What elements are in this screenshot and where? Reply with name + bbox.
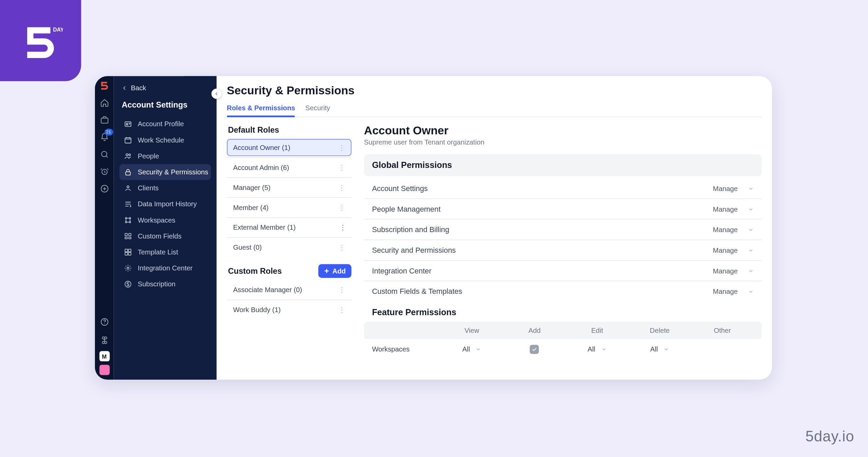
- global-permissions-heading: Global Permissions: [372, 160, 452, 170]
- sidebar-item-clients[interactable]: Clients: [119, 180, 211, 196]
- view-select[interactable]: All: [462, 345, 481, 354]
- chevron-down-icon: [476, 346, 481, 352]
- sidebar-item-subscription[interactable]: Subscription: [119, 276, 211, 292]
- perm-value-select[interactable]: Manage: [713, 246, 754, 254]
- tab-roles-permissions[interactable]: Roles & Permissions: [227, 101, 295, 117]
- sidebar-item-account-profile[interactable]: Account Profile: [119, 116, 211, 132]
- sidebar-item-template-list[interactable]: Template List: [119, 244, 211, 260]
- svg-rect-25: [128, 252, 131, 255]
- col-view: View: [440, 326, 503, 335]
- role-detail-column: Account Owner Supreme user from Tenant o…: [364, 124, 762, 360]
- sidebar-item-label: Workspaces: [138, 216, 175, 224]
- chevron-down-icon: [748, 288, 754, 294]
- custom-roles-list: Associate Manager (0)⋮ Work Buddy (1)⋮: [227, 281, 351, 319]
- role-label: Account Owner (1): [233, 144, 291, 152]
- role-label: Associate Manager (0): [233, 286, 302, 294]
- role-item-associate-manager[interactable]: Associate Manager (0)⋮: [227, 281, 351, 299]
- perm-label: Custom Fields & Templates: [372, 287, 462, 296]
- id-card-icon: [124, 120, 132, 128]
- svg-point-2: [101, 151, 107, 157]
- tab-security[interactable]: Security: [305, 101, 330, 117]
- perm-row-integration-center: Integration CenterManage: [364, 261, 762, 281]
- sidebar-item-label: Integration Center: [138, 264, 193, 272]
- perm-value-select[interactable]: Manage: [713, 267, 754, 275]
- bell-icon[interactable]: 21: [97, 130, 112, 145]
- delete-select[interactable]: All: [650, 345, 669, 354]
- kebab-icon[interactable]: ⋮: [337, 306, 346, 314]
- default-roles-list: Account Owner (1)⋮ Account Admin (6)⋮ Ma…: [227, 139, 351, 256]
- sidebar-item-label: People: [138, 152, 159, 160]
- command-icon[interactable]: [97, 333, 112, 348]
- svg-point-15: [129, 217, 131, 219]
- kebab-icon[interactable]: ⋮: [339, 224, 346, 232]
- kebab-icon[interactable]: ⋮: [337, 164, 346, 172]
- role-item-member[interactable]: Member (4)⋮: [227, 199, 351, 216]
- role-detail-title: Account Owner: [364, 124, 762, 137]
- svg-point-11: [129, 154, 131, 156]
- kebab-icon[interactable]: ⋮: [337, 144, 346, 152]
- sidebar-item-label: Subscription: [138, 280, 175, 288]
- sidebar-item-security-permissions[interactable]: Security & Permissions: [119, 164, 211, 180]
- perm-row-security-permissions: Security and PermissionsManage: [364, 240, 762, 261]
- role-item-account-owner[interactable]: Account Owner (1)⋮: [227, 139, 351, 156]
- brand-mark-icon: [99, 79, 110, 91]
- role-item-guest[interactable]: Guest (0)⋮: [227, 239, 351, 256]
- kebab-icon[interactable]: ⋮: [337, 204, 346, 212]
- role-detail-subtitle: Supreme user from Tenant organization: [364, 138, 762, 147]
- help-icon[interactable]: [97, 315, 112, 329]
- alarm-icon[interactable]: [97, 164, 112, 179]
- kebab-icon[interactable]: ⋮: [337, 286, 346, 294]
- chevron-down-icon: [748, 247, 754, 253]
- chevron-down-icon: [748, 227, 754, 232]
- svg-rect-21: [129, 237, 131, 239]
- kebab-icon[interactable]: ⋮: [337, 244, 346, 252]
- custom-roles-heading: Custom Roles: [228, 266, 282, 275]
- sidebar-item-data-import[interactable]: Data Import History: [119, 196, 211, 212]
- home-icon[interactable]: [97, 95, 112, 110]
- sidebar-item-workspaces[interactable]: Workspaces: [119, 212, 211, 228]
- check-icon: [532, 346, 537, 352]
- role-item-external-member[interactable]: External Member (1)⋮: [227, 219, 351, 236]
- default-roles-heading: Default Roles: [228, 125, 351, 134]
- notification-badge: 21: [104, 129, 113, 135]
- chevron-down-icon: [601, 346, 607, 352]
- kebab-icon[interactable]: ⋮: [337, 184, 346, 192]
- role-label: Member (4): [233, 204, 269, 212]
- svg-point-26: [127, 267, 129, 269]
- sidebar-item-custom-fields[interactable]: Custom Fields: [119, 228, 211, 244]
- sidebar-item-people[interactable]: People: [119, 148, 211, 164]
- svg-rect-19: [129, 233, 131, 236]
- svg-rect-23: [128, 249, 131, 252]
- plus-circle-icon[interactable]: [97, 181, 112, 196]
- workspaces-icon: [124, 216, 132, 224]
- role-item-account-admin[interactable]: Account Admin (6)⋮: [227, 159, 351, 176]
- user-avatar[interactable]: [99, 365, 109, 375]
- perm-value-select[interactable]: Manage: [713, 287, 754, 296]
- people-icon: [124, 152, 132, 160]
- edit-select[interactable]: All: [588, 345, 607, 354]
- role-item-manager[interactable]: Manager (5)⋮: [227, 179, 351, 196]
- svg-point-17: [129, 222, 131, 223]
- chevron-down-icon: [748, 268, 754, 274]
- perm-value-select[interactable]: Manage: [713, 205, 754, 213]
- search-icon[interactable]: [97, 147, 112, 162]
- perm-value-select[interactable]: Manage: [713, 226, 754, 234]
- col-add: Add: [503, 326, 566, 335]
- add-checkbox[interactable]: [530, 345, 539, 354]
- workspace-avatar[interactable]: M: [99, 351, 109, 361]
- briefcase-icon[interactable]: [97, 113, 112, 128]
- sidebar-item-integration-center[interactable]: Integration Center: [119, 260, 211, 276]
- role-item-work-buddy[interactable]: Work Buddy (1)⋮: [227, 301, 351, 319]
- role-label: Account Admin (6): [233, 164, 289, 172]
- calendar-icon: [124, 136, 132, 144]
- perm-value-select[interactable]: Manage: [713, 185, 754, 193]
- svg-point-13: [127, 186, 129, 188]
- perm-row-custom-fields-templates: Custom Fields & TemplatesManage: [364, 281, 762, 301]
- watermark: 5day.io: [806, 428, 854, 445]
- back-button[interactable]: Back: [122, 84, 211, 92]
- sidebar-item-label: Template List: [138, 248, 178, 256]
- collapse-sidebar-button[interactable]: [212, 89, 222, 99]
- perm-label: Security and Permissions: [372, 246, 456, 254]
- add-role-button[interactable]: +Add: [319, 264, 352, 278]
- sidebar-item-work-schedule[interactable]: Work Schedule: [119, 132, 211, 148]
